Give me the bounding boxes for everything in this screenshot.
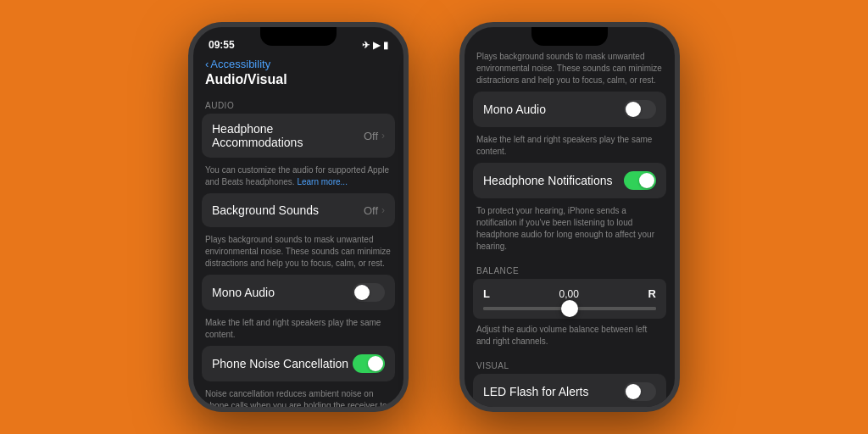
section-audio-label: AUDIO xyxy=(193,92,403,114)
balance-track[interactable] xyxy=(483,307,656,310)
mono-audio-row: Mono Audio xyxy=(202,275,395,310)
balance-l: L xyxy=(483,287,490,300)
phone2-mono-audio-desc: Make the left and right speakers play th… xyxy=(465,131,675,163)
bg-sounds-row[interactable]: Background Sounds Off › xyxy=(202,193,395,227)
headphone-desc: You can customize the audio for supporte… xyxy=(193,161,403,193)
nav-title: Audio/Visual xyxy=(205,72,392,87)
headphone-notif-row: Headphone Notifications xyxy=(473,163,666,198)
section-balance-label: BALANCE xyxy=(465,258,675,279)
led-flash-label: LED Flash for Alerts xyxy=(483,385,624,398)
nav-bar-1: ‹ Accessibility Audio/Visual xyxy=(193,54,403,92)
led-flash-row: LED Flash for Alerts xyxy=(473,374,666,407)
mono-audio-toggle[interactable] xyxy=(353,283,385,302)
balance-desc: Adjust the audio volume balance between … xyxy=(465,320,675,353)
phone2-mono-audio-label: Mono Audio xyxy=(483,103,624,116)
headphone-notif-toggle[interactable] xyxy=(624,171,656,190)
learn-more-link[interactable]: Learn more... xyxy=(297,177,347,186)
balance-slider-container: L 0,00 R xyxy=(473,279,666,319)
balance-row: L 0,00 R xyxy=(483,287,656,300)
bg-sounds-desc: Plays background sounds to mask unwanted… xyxy=(193,231,403,275)
phone2-mono-audio-group: Mono Audio xyxy=(473,92,666,127)
bg-desc: Plays background sounds to mask unwanted… xyxy=(465,47,675,92)
phone-2: Plays background sounds to mask unwanted… xyxy=(459,22,680,412)
slider-filled-left xyxy=(483,307,570,310)
airplane-icon: ✈ xyxy=(362,40,370,51)
phone2-mono-audio-row: Mono Audio xyxy=(473,92,666,127)
chevron-left-icon: ‹ xyxy=(205,58,209,70)
headphone-notif-desc: To protect your hearing, iPhone sends a … xyxy=(465,202,675,258)
back-button[interactable]: ‹ Accessibility xyxy=(205,58,392,70)
led-flash-toggle[interactable] xyxy=(624,382,656,401)
phone2-mono-audio-toggle[interactable] xyxy=(624,100,656,119)
mono-audio-group: Mono Audio xyxy=(202,275,395,310)
balance-value: 0,00 xyxy=(559,288,579,300)
headphone-notif-label: Headphone Notifications xyxy=(483,174,624,187)
headphone-accommodations-group: Headphone Accommodations Off › xyxy=(202,114,395,158)
led-flash-group: LED Flash for Alerts xyxy=(473,374,666,407)
headphone-accommodations-value: Off xyxy=(364,130,378,142)
headphone-accommodations-row[interactable]: Headphone Accommodations Off › xyxy=(202,114,395,158)
slider-thumb[interactable] xyxy=(561,300,578,317)
headphone-accommodations-label: Headphone Accommodations xyxy=(212,122,364,149)
phone-noise-desc: Noise cancellation reduces ambient noise… xyxy=(193,385,403,407)
phone-noise-group: Phone Noise Cancellation xyxy=(202,346,395,381)
phone-noise-row: Phone Noise Cancellation xyxy=(202,346,395,381)
phone-notch xyxy=(260,27,337,46)
battery-icon: ▮ xyxy=(383,40,388,51)
wifi-icon: ▶ xyxy=(373,40,380,51)
bg-sounds-label: Background Sounds xyxy=(212,203,364,217)
phone-notch-2 xyxy=(531,27,608,46)
scroll-content-1: AUDIO Headphone Accommodations Off › You… xyxy=(193,92,403,407)
back-label: Accessibility xyxy=(210,58,270,70)
phones-container: 09:55 ✈ ▶ ▮ ‹ Accessibility Audio/Visual… xyxy=(171,5,697,429)
chevron-icon-2: › xyxy=(381,204,385,216)
phone-noise-label: Phone Noise Cancellation xyxy=(212,357,353,370)
status-time: 09:55 xyxy=(209,39,235,51)
slider-filled-right xyxy=(570,307,656,310)
balance-r: R xyxy=(648,287,656,300)
phone-1: 09:55 ✈ ▶ ▮ ‹ Accessibility Audio/Visual… xyxy=(188,22,409,412)
bg-sounds-group: Background Sounds Off › xyxy=(202,193,395,227)
headphone-notif-group: Headphone Notifications xyxy=(473,163,666,198)
bg-sounds-value: Off xyxy=(364,204,378,217)
phone-noise-toggle[interactable] xyxy=(353,354,385,373)
section-visual-label: VISUAL xyxy=(465,353,675,374)
mono-audio-desc: Make the left and right speakers play th… xyxy=(193,314,403,346)
chevron-icon: › xyxy=(381,130,385,142)
phone2-content: Plays background sounds to mask unwanted… xyxy=(465,27,675,407)
mono-audio-label: Mono Audio xyxy=(212,286,353,299)
status-icons: ✈ ▶ ▮ xyxy=(362,40,388,51)
